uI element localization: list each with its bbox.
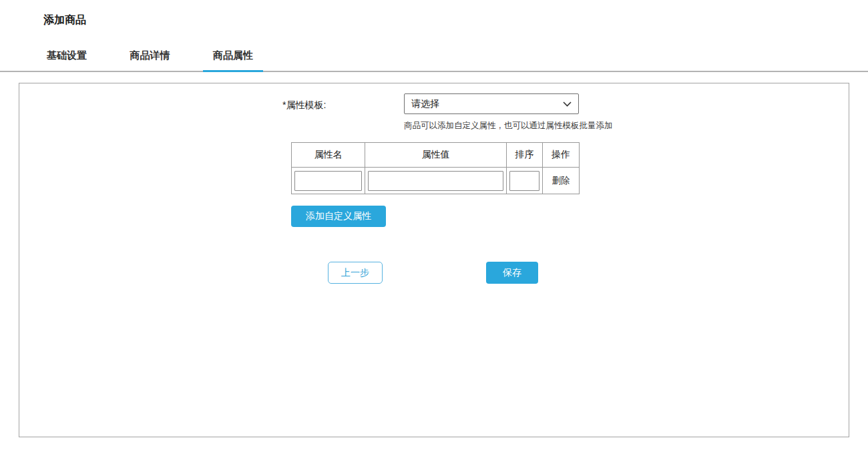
column-header-action: 操作 bbox=[543, 143, 580, 168]
attribute-table-row: 删除 bbox=[292, 168, 580, 194]
attribute-template-label: *属性模板: bbox=[282, 99, 326, 111]
column-header-attribute-value: 属性值 bbox=[365, 143, 507, 168]
chevron-down-icon bbox=[563, 101, 572, 107]
attribute-table-header-row: 属性名 属性值 排序 操作 bbox=[292, 143, 580, 168]
delete-row-link[interactable]: 删除 bbox=[552, 176, 570, 186]
attribute-name-cell bbox=[292, 168, 365, 194]
sort-cell bbox=[507, 168, 543, 194]
action-cell: 删除 bbox=[543, 168, 580, 194]
page-title: 添加商品 bbox=[43, 13, 868, 27]
tab-product-details[interactable]: 商品详情 bbox=[120, 49, 180, 70]
attribute-value-cell bbox=[365, 168, 507, 194]
tab-product-attributes[interactable]: 商品属性 bbox=[203, 49, 263, 72]
column-header-sort: 排序 bbox=[507, 143, 543, 168]
column-header-attribute-name: 属性名 bbox=[292, 143, 365, 168]
attribute-name-input[interactable] bbox=[294, 171, 362, 191]
attribute-template-select-value: 请选择 bbox=[411, 98, 439, 110]
content-panel: *属性模板: 请选择 商品可以添加自定义属性，也可以通过属性模板批量添加 属性名… bbox=[19, 83, 849, 437]
add-custom-attribute-button[interactable]: 添加自定义属性 bbox=[291, 206, 386, 227]
prev-step-button[interactable]: 上一步 bbox=[328, 262, 383, 284]
tab-basic-settings[interactable]: 基础设置 bbox=[37, 49, 97, 70]
sort-input[interactable] bbox=[509, 171, 539, 191]
tab-bar: 基础设置 商品详情 商品属性 bbox=[0, 49, 868, 72]
save-button[interactable]: 保存 bbox=[486, 262, 538, 284]
attribute-value-input[interactable] bbox=[368, 171, 503, 191]
attribute-table: 属性名 属性值 排序 操作 删除 bbox=[291, 142, 580, 194]
attribute-template-select[interactable]: 请选择 bbox=[404, 93, 579, 114]
attribute-template-hint: 商品可以添加自定义属性，也可以通过属性模板批量添加 bbox=[404, 120, 613, 132]
